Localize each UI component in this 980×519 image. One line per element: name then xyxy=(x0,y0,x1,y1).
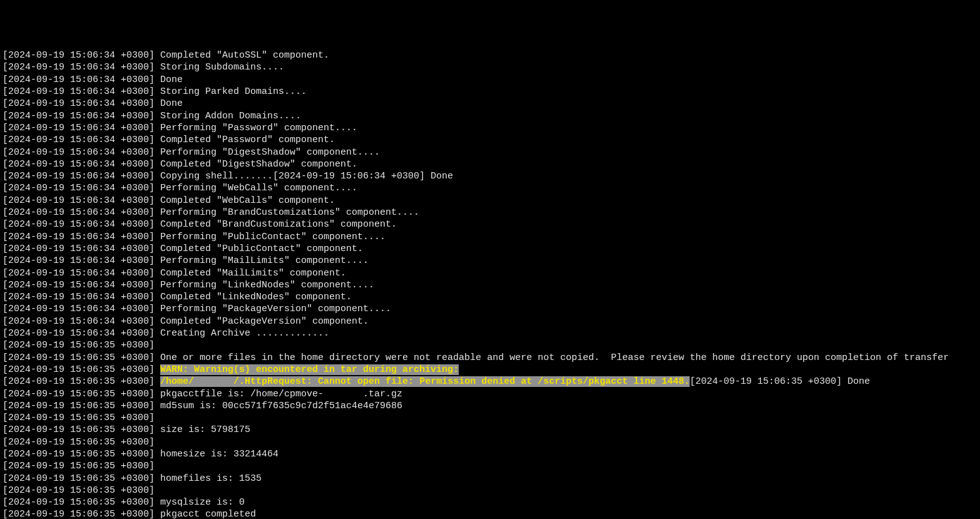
log-line: [2024-09-19 15:06:34 +0300] Storing Park… xyxy=(3,86,977,98)
log-line: [2024-09-19 15:06:35 +0300] pkgacct comp… xyxy=(3,508,977,519)
log-line: [2024-09-19 15:06:34 +0300] Completed "B… xyxy=(3,218,977,230)
log-line: [2024-09-19 15:06:34 +0300] Performing "… xyxy=(3,279,977,291)
warn-line-2: [2024-09-19 15:06:35 +0300] /home/ /.Htt… xyxy=(3,376,977,388)
log-line: [2024-09-19 15:06:34 +0300] Completed "M… xyxy=(3,267,977,279)
log-line: [2024-09-19 15:06:34 +0300] Completed "D… xyxy=(3,158,977,170)
log-line: [2024-09-19 15:06:35 +0300] xyxy=(3,339,977,351)
log-line: [2024-09-19 15:06:35 +0300] pkgacctfile … xyxy=(3,388,977,400)
warn-line-1: [2024-09-19 15:06:35 +0300] WARN: Warnin… xyxy=(3,364,977,376)
log-line: [2024-09-19 15:06:34 +0300] Performing "… xyxy=(3,182,977,194)
log-line: [2024-09-19 15:06:34 +0300] Performing "… xyxy=(3,303,977,315)
log-line: [2024-09-19 15:06:34 +0300] Performing "… xyxy=(3,207,977,218)
log-line: [2024-09-19 15:06:35 +0300] homesize is:… xyxy=(3,448,977,460)
log-line: [2024-09-19 15:06:34 +0300] Creating Arc… xyxy=(3,327,977,339)
log-line: [2024-09-19 15:06:34 +0300] Storing Subd… xyxy=(3,61,977,73)
log-line: [2024-09-19 15:06:34 +0300] Storing Addo… xyxy=(3,110,977,122)
log-line: [2024-09-19 15:06:35 +0300] xyxy=(3,485,977,496)
log-line: [2024-09-19 15:06:34 +0300] Performing "… xyxy=(3,255,977,267)
log-line: [2024-09-19 15:06:34 +0300] Completed "P… xyxy=(3,134,977,146)
terminal-output[interactable]: [2024-09-19 15:06:34 +0300] Completed "A… xyxy=(3,49,977,519)
log-line: [2024-09-19 15:06:34 +0300] Copying shel… xyxy=(3,170,977,182)
warn-highlight-path-a: /home/ xyxy=(160,376,194,387)
log-line: [2024-09-19 15:06:35 +0300] xyxy=(3,436,977,448)
log-line: [2024-09-19 15:06:35 +0300] mysqlsize is… xyxy=(3,496,977,508)
log-line: [2024-09-19 15:06:34 +0300] Completed "P… xyxy=(3,316,977,327)
log-line: [2024-09-19 15:06:34 +0300] Performing "… xyxy=(3,231,977,243)
log-timestamp: [2024-09-19 15:06:35 +0300] xyxy=(3,364,160,375)
log-line: [2024-09-19 15:06:34 +0300] Done xyxy=(3,98,977,110)
log-line: [2024-09-19 15:06:34 +0300] Done xyxy=(3,74,977,86)
warn-after-text: [2024-09-19 15:06:35 +0300] Done xyxy=(690,376,870,387)
log-timestamp: [2024-09-19 15:06:35 +0300] xyxy=(3,376,160,387)
log-line: [2024-09-19 15:06:35 +0300] homefiles is… xyxy=(3,473,977,485)
log-line: [2024-09-19 15:06:34 +0300] Completed "L… xyxy=(3,291,977,303)
log-line: [2024-09-19 15:06:34 +0300] Completed "P… xyxy=(3,243,977,255)
log-line: [2024-09-19 15:06:35 +0300] xyxy=(3,412,977,424)
log-line: [2024-09-19 15:06:35 +0300] md5sum is: 0… xyxy=(3,400,977,412)
log-line: [2024-09-19 15:06:35 +0300] xyxy=(3,460,977,472)
log-line: [2024-09-19 15:06:34 +0300] Performing "… xyxy=(3,122,977,134)
log-line: [2024-09-19 15:06:35 +0300] size is: 579… xyxy=(3,424,977,436)
warn-highlight-path-b: /.HttpRequest: Cannot open file: Permiss… xyxy=(233,376,690,387)
log-line: [2024-09-19 15:06:35 +0300] One or more … xyxy=(3,352,977,364)
log-line: [2024-09-19 15:06:34 +0300] Performing "… xyxy=(3,146,977,158)
log-line: [2024-09-19 15:06:34 +0300] Completed "A… xyxy=(3,49,977,61)
log-line: [2024-09-19 15:06:34 +0300] Completed "W… xyxy=(3,195,977,207)
warn-redacted-gap xyxy=(194,376,233,387)
warn-highlight: WARN: Warning(s) encountered in tar duri… xyxy=(160,364,459,375)
